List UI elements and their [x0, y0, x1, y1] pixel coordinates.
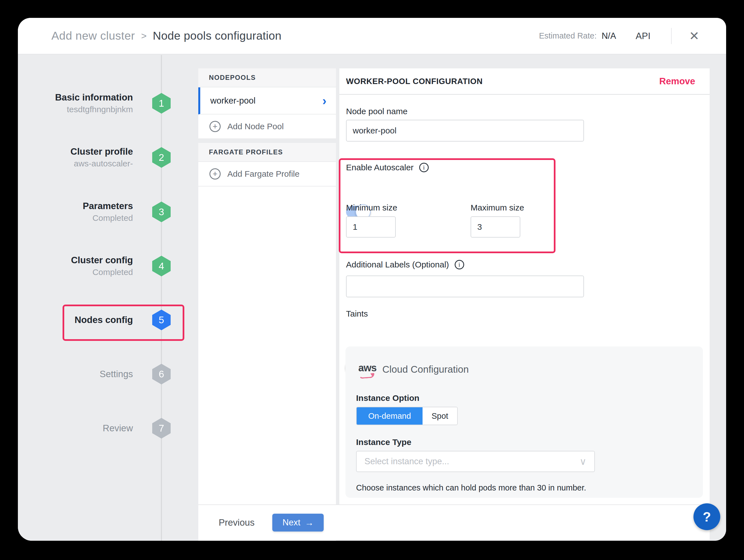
section-gap — [198, 139, 336, 143]
config-panel-header: WORKER-POOL CONFIGURATION Remove — [339, 68, 710, 95]
step-subtitle: tesdtgfhngnbjnkm — [18, 104, 133, 115]
step-cluster-profile[interactable]: Cluster profile aws-autoscaler- — [18, 141, 133, 174]
step-4-hexagon[interactable]: 4 — [152, 256, 171, 276]
next-button[interactable]: Next → — [272, 514, 324, 531]
node-pools-panel: NODEPOOLS worker-pool › + Add Node Pool … — [198, 68, 336, 541]
page-title: Node pools configuration — [153, 29, 282, 42]
step-title: Review — [18, 422, 133, 435]
plus-circle-icon: + — [210, 168, 221, 179]
previous-button[interactable]: Previous — [219, 517, 254, 528]
instance-type-helper-text: Choose instances which can hold pods mor… — [356, 483, 586, 492]
arrow-right-icon: → — [305, 518, 313, 527]
cloud-configuration-card: aws Cloud Configuration Instance Option … — [345, 347, 703, 498]
node-pool-name-label: Node pool name — [346, 107, 407, 116]
wizard-header: Add new cluster > Node pools configurati… — [18, 18, 726, 54]
remove-pool-button[interactable]: Remove — [659, 76, 695, 86]
plus-circle-icon: + — [210, 121, 221, 132]
aws-smile-arrow — [359, 373, 375, 379]
worker-pool-name: worker-pool — [210, 96, 256, 106]
info-icon[interactable]: i — [419, 163, 429, 172]
maximum-size-label: Maximum size — [471, 203, 524, 212]
instance-option-segmented-control: On-demand Spot — [356, 407, 458, 425]
fargate-section-header: FARGATE PROFILES — [198, 143, 336, 162]
additional-labels-input[interactable] — [346, 276, 584, 297]
step-number: 2 — [159, 152, 164, 163]
step-5-hexagon[interactable]: 5 — [152, 310, 171, 330]
minimum-size-label: Minimum size — [346, 203, 397, 212]
taints-label: Taints — [346, 309, 368, 319]
additional-labels-row: Additional Labels (Optional) i — [346, 260, 464, 269]
step-number: 5 — [159, 314, 164, 325]
instance-option-label: Instance Option — [356, 393, 419, 403]
step-title: Basic information — [18, 91, 133, 104]
instance-type-label: Instance Type — [356, 437, 411, 447]
step-number: 6 — [159, 368, 164, 379]
step-subtitle: aws-autoscaler- — [18, 158, 133, 169]
api-link[interactable]: API — [636, 31, 650, 41]
enable-autoscaler-label: Enable Autoscaler — [346, 163, 414, 172]
add-node-pool-label: Add Node Pool — [227, 122, 284, 131]
step-2-hexagon[interactable]: 2 — [152, 147, 171, 168]
step-parameters[interactable]: Parameters Completed — [18, 195, 133, 229]
cloud-configuration-title: Cloud Configuration — [382, 364, 469, 375]
step-title: Settings — [18, 368, 133, 381]
step-number: 4 — [159, 261, 164, 272]
step-title: Nodes config — [18, 314, 133, 326]
add-fargate-profile-label: Add Fargate Profile — [227, 169, 299, 179]
step-3-hexagon[interactable]: 3 — [152, 202, 171, 222]
node-pool-name-input[interactable] — [346, 120, 584, 142]
aws-logo-icon: aws — [358, 362, 378, 379]
close-icon[interactable]: ✕ — [689, 30, 699, 42]
nodepools-section-header: NODEPOOLS — [198, 68, 336, 87]
enable-autoscaler-row: Enable Autoscaler i — [346, 163, 429, 172]
worker-pool-list-item[interactable]: worker-pool › — [198, 87, 336, 115]
breadcrumb-separator-icon: > — [141, 31, 147, 41]
minimum-size-input[interactable] — [346, 216, 396, 238]
step-number: 3 — [159, 206, 164, 217]
step-basic-information[interactable]: Basic information tesdtgfhngnbjnkm — [18, 86, 133, 120]
step-number: 7 — [159, 423, 164, 434]
chevron-right-icon: › — [322, 95, 327, 107]
breadcrumb: Add new cluster > Node pools configurati… — [51, 29, 282, 42]
config-panel-title: WORKER-POOL CONFIGURATION — [346, 77, 483, 86]
step-nodes-config[interactable]: Nodes config — [18, 303, 133, 337]
step-cluster-config[interactable]: Cluster config Completed — [18, 249, 133, 283]
step-7-hexagon[interactable]: 7 — [152, 418, 171, 439]
info-icon[interactable]: i — [455, 260, 464, 269]
stepper-timeline — [161, 55, 162, 541]
add-fargate-profile-button[interactable]: + Add Fargate Profile — [198, 162, 336, 187]
add-node-pool-button[interactable]: + Add Node Pool — [198, 115, 336, 139]
header-divider — [671, 28, 672, 44]
wizard-body: Basic information tesdtgfhngnbjnkm 1 Clu… — [18, 55, 726, 541]
step-review[interactable]: Review — [18, 411, 133, 445]
step-title: Cluster profile — [18, 146, 133, 158]
step-1-hexagon[interactable]: 1 — [152, 93, 171, 114]
step-title: Cluster config — [18, 254, 133, 267]
step-subtitle: Completed — [18, 212, 133, 224]
maximum-size-input[interactable] — [471, 216, 520, 238]
worker-pool-config-panel: WORKER-POOL CONFIGURATION Remove Node po… — [339, 68, 710, 505]
question-mark-icon: ? — [703, 509, 711, 525]
additional-labels-label: Additional Labels (Optional) — [346, 260, 449, 269]
wizard-footer: Previous Next → — [198, 505, 710, 540]
step-number: 1 — [159, 98, 164, 109]
estimated-rate-label: Estimated Rate: — [539, 31, 597, 40]
breadcrumb-parent[interactable]: Add new cluster — [51, 29, 135, 42]
instance-type-dropdown[interactable]: Select instance type... ∨ — [356, 451, 595, 472]
header-actions: Estimated Rate: N/A API ✕ — [539, 28, 699, 44]
step-settings[interactable]: Settings — [18, 357, 133, 391]
step-title: Parameters — [18, 200, 133, 212]
step-subtitle: Completed — [18, 266, 133, 278]
spot-option[interactable]: Spot — [422, 407, 457, 425]
estimated-rate-value: N/A — [602, 31, 616, 41]
help-button[interactable]: ? — [694, 503, 720, 530]
aws-logo-text: aws — [358, 362, 376, 373]
step-6-hexagon[interactable]: 6 — [152, 364, 171, 385]
instance-type-placeholder: Select instance type... — [365, 456, 449, 467]
on-demand-option[interactable]: On-demand — [357, 407, 422, 425]
add-cluster-window: Add new cluster > Node pools configurati… — [18, 18, 726, 541]
next-button-label: Next — [283, 518, 300, 528]
chevron-down-icon: ∨ — [580, 456, 587, 467]
